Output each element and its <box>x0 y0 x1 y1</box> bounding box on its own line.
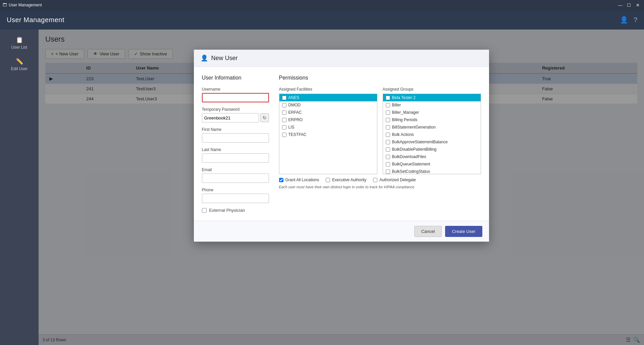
app-header-title: User Management <box>7 16 64 24</box>
phone-field: Phone <box>202 188 269 203</box>
facility-item-anes[interactable]: ANES <box>279 94 377 101</box>
group-item-biller[interactable]: Biller <box>383 101 481 109</box>
facility-checkbox-dmod[interactable] <box>282 103 286 107</box>
edit-user-icon: ✏️ <box>16 58 23 65</box>
facility-name-lis: LIS <box>288 125 294 130</box>
group-name-bulk-queue: BulkQueueStatement <box>392 162 430 166</box>
authorized-delegate-label: Authorized Delegate <box>379 178 416 182</box>
new-user-modal: 👤 New User User Information Username Tem… <box>194 50 489 242</box>
group-item-bulk-disable[interactable]: BulkDisablePatientBilling <box>383 146 481 153</box>
group-name-billing-periods: Billing Periods <box>392 117 418 122</box>
facility-item-lis[interactable]: LIS <box>279 124 377 131</box>
group-checkbox-biller[interactable] <box>386 103 390 107</box>
group-item-beta-tester-2[interactable]: Beta Tester 2 <box>383 94 481 101</box>
group-checkbox-bulk-set-coding[interactable] <box>386 169 390 174</box>
external-physician-label: External Physician <box>209 208 245 213</box>
first-name-field: First Name <box>202 127 269 143</box>
group-checkbox-billstatement[interactable] <box>386 125 390 130</box>
assigned-groups-col: Assigned Groups Beta Tester 2 Biller <box>383 87 481 174</box>
phone-label: Phone <box>202 188 269 192</box>
group-item-biller-manager[interactable]: Biller_Manager <box>383 109 481 116</box>
grant-all-locations-item: Grant All Locations <box>279 178 319 182</box>
group-checkbox-beta-tester-2[interactable] <box>386 96 390 100</box>
assigned-facilities-label: Assigned Facilities <box>279 87 377 92</box>
facility-item-testfac[interactable]: TESTFAC <box>279 131 377 138</box>
sidebar-item-user-list[interactable]: 📋 User List <box>0 32 39 54</box>
facility-name-dmod: DMOD <box>288 103 301 107</box>
group-item-billstatement[interactable]: BillStatementGeneration <box>383 124 481 131</box>
permissions-footer: Grant All Locations Executive Authority … <box>279 178 481 189</box>
assigned-groups-list[interactable]: Beta Tester 2 Biller Biller_Manager <box>383 94 481 174</box>
cancel-button[interactable]: Cancel <box>414 226 442 237</box>
sidebar-item-edit-user[interactable]: ✏️ Edit User <box>0 54 39 75</box>
grant-all-locations-label: Grant All Locations <box>285 178 319 182</box>
group-checkbox-bulk-download[interactable] <box>386 155 390 159</box>
first-name-input[interactable] <box>202 133 269 143</box>
facility-item-dmod[interactable]: DMOD <box>279 101 377 109</box>
group-checkbox-bulk-disable[interactable] <box>386 147 390 152</box>
temp-password-input[interactable] <box>202 113 259 122</box>
username-label: Username <box>202 87 269 92</box>
group-item-bulk-download[interactable]: BulkDownloadFiles <box>383 153 481 160</box>
facility-checkbox-lis[interactable] <box>282 125 286 130</box>
title-bar-left: 🗔 User Management <box>3 3 42 7</box>
group-checkbox-bulk-approve[interactable] <box>386 140 390 144</box>
executive-authority-label: Executive Authority <box>332 178 366 182</box>
email-input[interactable] <box>202 174 269 183</box>
minimize-button[interactable]: — <box>616 1 624 9</box>
grant-all-locations-checkbox[interactable] <box>279 178 283 182</box>
group-name-bulk-set-coding: BulkSetCodingStatus <box>392 169 430 174</box>
last-name-input[interactable] <box>202 153 269 163</box>
group-checkbox-biller-manager[interactable] <box>386 110 390 115</box>
facility-checkbox-erfac[interactable] <box>282 110 286 115</box>
phone-input[interactable] <box>202 194 269 203</box>
assigned-facilities-col: Assigned Facilities ANES DMOD <box>279 87 377 174</box>
external-physician-checkbox[interactable] <box>202 208 207 213</box>
user-info-section: User Information Username Temporary Pass… <box>202 75 269 213</box>
permissions-title: Permissions <box>279 75 481 81</box>
last-name-field: Last Name <box>202 147 269 163</box>
title-bar: 🗔 User Management — ☐ ✕ <box>0 0 644 10</box>
modal-header-icon: 👤 <box>201 54 208 62</box>
grant-row: Grant All Locations Executive Authority … <box>279 178 481 182</box>
external-physician-row: External Physician <box>202 208 269 213</box>
group-name-biller-manager: Biller_Manager <box>392 110 419 115</box>
facility-checkbox-testfac[interactable] <box>282 133 286 137</box>
facility-name-testfac: TESTFAC <box>288 132 307 137</box>
user-icon[interactable]: 👤 <box>620 16 628 24</box>
main-layout: 📋 User List ✏️ Edit User Users + + New U… <box>0 30 644 345</box>
authorized-delegate-checkbox[interactable] <box>373 178 377 182</box>
temp-password-label: Temporary Password <box>202 107 269 112</box>
authorized-delegate-item: Authorized Delegate <box>373 178 416 182</box>
group-checkbox-bulk-actions[interactable] <box>386 133 390 137</box>
username-field: Username <box>202 87 269 102</box>
group-checkbox-billing-periods[interactable] <box>386 118 390 122</box>
facility-name-anes: ANES <box>288 95 300 100</box>
refresh-password-button[interactable]: ↻ <box>260 113 269 122</box>
user-info-title: User Information <box>202 75 269 81</box>
group-checkbox-bulk-queue[interactable] <box>386 162 390 166</box>
group-item-bulk-set-coding[interactable]: BulkSetCodingStatus <box>383 168 481 174</box>
permissions-section: Permissions Assigned Facilities ANES <box>279 75 481 213</box>
group-item-bulk-queue[interactable]: BulkQueueStatement <box>383 160 481 168</box>
group-name-bulk-download: BulkDownloadFiles <box>392 154 426 159</box>
group-name-biller: Biller <box>392 103 401 107</box>
modal-header-title: New User <box>211 55 238 62</box>
group-item-bulk-approve[interactable]: BulkApproveStatementBalance <box>383 138 481 146</box>
username-input[interactable] <box>202 93 269 102</box>
sidebar-item-label-user-list: User List <box>11 45 27 50</box>
close-button[interactable]: ✕ <box>634 1 641 9</box>
group-item-bulk-actions[interactable]: Bulk Actions <box>383 131 481 138</box>
facility-item-erpro[interactable]: ERPRO <box>279 116 377 124</box>
assigned-facilities-list[interactable]: ANES DMOD ERFAC <box>279 94 377 174</box>
facility-checkbox-anes[interactable] <box>282 96 286 100</box>
help-icon[interactable]: ? <box>634 16 637 24</box>
facility-item-erfac[interactable]: ERFAC <box>279 109 377 116</box>
maximize-button[interactable]: ☐ <box>625 1 633 9</box>
modal-overlay: 👤 New User User Information Username Tem… <box>39 30 644 345</box>
facility-checkbox-erpro[interactable] <box>282 118 286 122</box>
modal-header: 👤 New User <box>194 50 489 67</box>
executive-authority-checkbox[interactable] <box>326 178 330 182</box>
create-user-button[interactable]: Create User <box>445 226 482 237</box>
group-item-billing-periods[interactable]: Billing Periods <box>383 116 481 124</box>
